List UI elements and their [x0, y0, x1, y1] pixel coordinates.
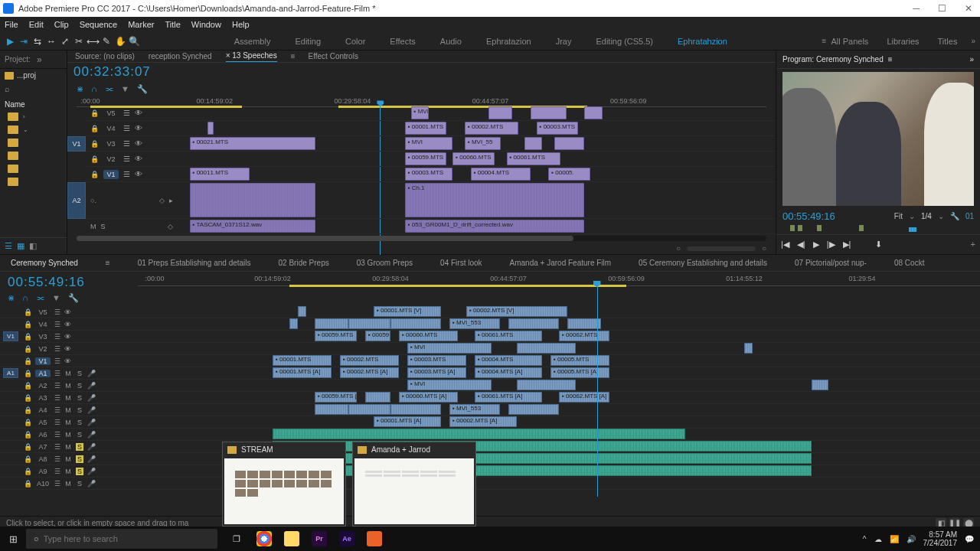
mute-toggle[interactable]: M	[64, 455, 72, 463]
playhead[interactable]	[597, 282, 598, 497]
source-patch[interactable]	[3, 393, 18, 403]
start-button[interactable]: ⊞	[0, 533, 26, 545]
source-patch[interactable]: V1	[67, 136, 86, 152]
source-patch[interactable]	[3, 344, 18, 354]
sync-lock-icon[interactable]: ☰	[54, 419, 60, 426]
clip[interactable]: ▪ 00002.MTS [A]	[449, 416, 517, 427]
lock-icon[interactable]: 🔒	[24, 480, 31, 487]
sequence-tab[interactable]: 04 First look	[440, 259, 482, 267]
eye-icon[interactable]: 👁	[64, 321, 71, 328]
source-timecode[interactable]: 00:32:33:07	[74, 64, 151, 80]
onedrive-icon[interactable]: ☁	[874, 535, 882, 543]
app-icon[interactable]	[363, 529, 386, 549]
search-input[interactable]	[44, 534, 210, 543]
track-header[interactable]: MS◇	[86, 219, 178, 234]
clip[interactable]	[508, 318, 559, 329]
sync-lock-icon[interactable]: ☰	[54, 480, 60, 487]
lock-icon[interactable]: 🔒	[24, 308, 31, 316]
clip[interactable]	[517, 343, 576, 354]
workspace-tab[interactable]: Jray	[556, 37, 572, 46]
workspace-link[interactable]: Titles	[938, 37, 958, 46]
clip[interactable]: ▪ 00062.MTS [A]	[559, 392, 609, 403]
track-header[interactable]: 🔒V1☰👁	[86, 167, 178, 182]
workspace-link[interactable]: Libraries	[887, 37, 919, 46]
clip[interactable]	[517, 380, 576, 390]
eye-icon[interactable]: 👁	[135, 124, 142, 132]
clip[interactable]: ▪ 00003.MTS	[405, 168, 452, 181]
project-item[interactable]	[0, 175, 67, 188]
track-label[interactable]: V5	[35, 308, 51, 316]
voice-icon[interactable]: 🎤	[87, 455, 96, 463]
clip[interactable]: ▪ 00003.MTS	[537, 122, 579, 135]
wrench-icon[interactable]: 🔧	[137, 84, 148, 94]
sequence-tab[interactable]: Ceremony Synched	[11, 259, 78, 267]
menu-file[interactable]: File	[5, 20, 18, 29]
menu-clip[interactable]: Clip	[54, 20, 69, 29]
clip[interactable]	[190, 183, 315, 217]
lock-icon[interactable]: 🔒	[24, 431, 31, 439]
track-label[interactable]: A3	[35, 394, 51, 402]
ws-menu-icon[interactable]: ≡	[818, 37, 831, 45]
maximize-icon[interactable]: ☐	[933, 3, 951, 14]
project-tab[interactable]: Project:	[5, 55, 31, 64]
clip[interactable]: ▪ 00001.MTS	[273, 355, 332, 366]
source-patch[interactable]	[3, 380, 18, 390]
track-header[interactable]: ○.◇▸	[86, 182, 178, 219]
clip[interactable]	[744, 343, 753, 354]
sync-lock-icon[interactable]: ☰	[54, 468, 60, 475]
clip[interactable]	[554, 137, 584, 150]
track-label[interactable]: V3	[103, 140, 119, 148]
go-to-out-icon[interactable]: ▶|	[843, 240, 851, 249]
track-toggle-icon[interactable]: ☰	[123, 139, 130, 148]
clip[interactable]	[315, 318, 348, 329]
sequence-tab[interactable]: 01 Preps Establishing and details	[138, 259, 251, 267]
panel-menu-icon[interactable]: ≡	[888, 55, 893, 64]
clip[interactable]: ▪ 00005.MTS [A]	[550, 367, 609, 378]
mute-toggle[interactable]: M	[64, 406, 72, 414]
voice-icon[interactable]: 🎤	[87, 443, 96, 451]
clip[interactable]	[508, 404, 559, 415]
track-header[interactable]: 🔒A3☰MS🎤	[0, 392, 138, 404]
ripple-tool-icon[interactable]: ⇆	[32, 36, 43, 47]
chrome-icon[interactable]	[253, 529, 276, 549]
step-back-icon[interactable]: ◀|	[797, 240, 805, 249]
lock-icon[interactable]: 🔒	[90, 140, 99, 148]
source-patch[interactable]	[3, 319, 18, 329]
source-patch[interactable]	[3, 307, 18, 317]
wrench-icon[interactable]: 🔧	[68, 293, 79, 303]
search-icon[interactable]: ⌕	[5, 84, 10, 93]
track-label[interactable]: V2	[103, 155, 119, 163]
menu-window[interactable]: Window	[191, 20, 221, 29]
track-select-tool-icon[interactable]: ⇥	[18, 36, 29, 47]
clip[interactable]	[584, 106, 602, 119]
track-label[interactable]: V2	[35, 345, 51, 353]
clip[interactable]	[298, 306, 306, 317]
lock-icon[interactable]: 🔒	[90, 171, 99, 178]
sync-lock-icon[interactable]: ☰	[54, 455, 60, 463]
lock-icon[interactable]: 🔒	[24, 443, 31, 451]
clip[interactable]: ▪ 00060.MTS [A]	[399, 392, 458, 403]
clip[interactable]	[488, 106, 512, 119]
track-header[interactable]: 🔒V4☰👁	[0, 318, 138, 331]
sync-lock-icon[interactable]: ☰	[54, 333, 60, 341]
workspace-link[interactable]: All Panels	[831, 37, 868, 46]
clip[interactable]: ▪ 00002.MTS [A]	[340, 367, 399, 378]
mute-toggle[interactable]: M	[64, 370, 72, 377]
voice-icon[interactable]: 🎤	[87, 480, 96, 487]
clip[interactable]: ▪ 00062.MTS	[559, 331, 609, 341]
bin-icon[interactable]	[5, 72, 14, 80]
solo-toggle[interactable]: S	[76, 455, 83, 463]
source-patch[interactable]	[3, 442, 18, 452]
clip[interactable]	[348, 318, 390, 329]
eye-icon[interactable]: 👁	[135, 155, 142, 163]
project-item[interactable]	[0, 136, 67, 149]
clip[interactable]: ▪ 00004.MTS	[471, 168, 531, 181]
solo-toggle[interactable]: S	[76, 431, 83, 439]
zoom-tool-icon[interactable]: 🔍	[129, 36, 139, 47]
workspace-tab[interactable]: Ephratazion	[486, 37, 531, 46]
workspace-tab[interactable]: Editing (CS5.5)	[596, 37, 653, 46]
source-tab[interactable]: reception Synched	[149, 52, 212, 60]
play-icon[interactable]: ▶	[813, 240, 819, 249]
clip[interactable]: ▪ 00005.MTS	[550, 355, 609, 366]
clip[interactable]: ▪ 00060.MTS	[399, 331, 458, 341]
